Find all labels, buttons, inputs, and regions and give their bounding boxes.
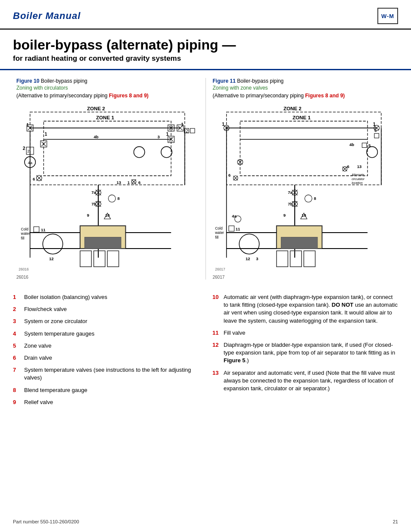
svg-text:5: 5 — [374, 128, 377, 133]
svg-text:12: 12 — [49, 257, 54, 261]
svg-rect-146 — [304, 251, 315, 267]
legend-num: 13 — [212, 369, 222, 377]
svg-text:2: 2 — [27, 149, 29, 153]
fig11-num: 26017 — [213, 275, 395, 280]
header-title: Boiler Manual — [13, 10, 81, 22]
fig11-diagram: ZONE 2 ZONE 1 1 1 — [213, 103, 395, 273]
legend-text: Diaphragm-type or bladder-type expansion… — [224, 341, 398, 365]
legend-text: Drain valve — [24, 354, 52, 362]
legend-num: 6 — [13, 354, 22, 362]
fig10-alt: (Alternative to primary/secondary piping… — [16, 93, 199, 99]
svg-text:2: 2 — [186, 128, 188, 134]
svg-text:6: 6 — [138, 180, 140, 185]
svg-rect-73 — [80, 251, 91, 267]
svg-text:6: 6 — [33, 177, 35, 181]
legend-item: 2Flow/check valve — [13, 305, 199, 313]
legend-item: 4System temperature gauges — [13, 330, 199, 338]
legend-item: 1Boiler isolation (balancing) valves — [13, 293, 199, 301]
svg-rect-2 — [44, 121, 171, 176]
part-number: Part number 550-110-260/0200 — [13, 519, 79, 524]
svg-rect-0 — [30, 112, 185, 185]
svg-rect-145 — [290, 251, 301, 267]
legend-num: 7 — [13, 366, 22, 374]
svg-point-40 — [134, 147, 145, 158]
legend-num: 12 — [212, 341, 222, 349]
svg-text:6: 6 — [347, 164, 349, 169]
footer: Part number 550-110-260/0200 21 — [13, 519, 398, 524]
svg-text:Cold: Cold — [21, 227, 29, 231]
svg-text:11: 11 — [235, 227, 240, 231]
svg-text:Cold: Cold — [215, 226, 223, 230]
legend-num: 10 — [212, 293, 222, 301]
legend-item: 3System or zone circulator — [13, 317, 199, 325]
svg-point-41 — [161, 147, 172, 158]
svg-text:8: 8 — [314, 196, 316, 201]
legend-item: 10Automatic air vent (with diaphragm-typ… — [212, 293, 398, 325]
header: Boiler Manual W-M — [0, 0, 411, 30]
legend-text: System temperature valves (see instructi… — [24, 366, 199, 382]
figure10-col: Figure 10 Boiler-bypass piping Zoning wi… — [13, 78, 206, 280]
legend-item: 5Zone valve — [13, 342, 199, 350]
svg-rect-93 — [374, 134, 379, 138]
svg-text:4a: 4a — [232, 214, 237, 218]
page-title-section: boiler-bypass (alternate) piping — for r… — [0, 30, 411, 70]
svg-text:ZONE 2: ZONE 2 — [283, 106, 301, 111]
page-subtitle: for radiant heating or converted gravity… — [13, 54, 398, 63]
legend-item: 7System temperature valves (see instruct… — [13, 366, 199, 382]
legend-item: 13Air separator and automatic vent, if u… — [212, 369, 398, 393]
svg-point-139 — [239, 234, 259, 254]
svg-text:Alternate: Alternate — [351, 173, 364, 177]
svg-point-54 — [108, 195, 115, 202]
svg-text:water: water — [21, 232, 30, 236]
fig10-label: Figure 10 Boiler-bypass piping — [16, 78, 199, 84]
fig11-label: Figure 11 Boiler-bypass piping — [213, 78, 395, 84]
svg-text:3: 3 — [157, 135, 159, 140]
svg-point-69 — [43, 234, 62, 254]
svg-text:8: 8 — [117, 196, 119, 201]
legend-col-right: 10Automatic air vent (with diaphragm-typ… — [209, 293, 398, 411]
svg-text:fill: fill — [215, 235, 218, 240]
svg-text:location: location — [352, 181, 362, 185]
svg-text:ZONE 2: ZONE 2 — [87, 106, 105, 111]
svg-text:1: 1 — [26, 122, 29, 128]
svg-text:water: water — [215, 230, 224, 235]
legend-text: Relief valve — [24, 398, 53, 406]
legend-text: Boiler isolation (balancing) valves — [24, 293, 107, 301]
legend-text: System temperature gauges — [24, 330, 94, 338]
legend-num: 4 — [13, 330, 22, 338]
svg-rect-67 — [34, 227, 39, 232]
legend-text: System or zone circulator — [24, 317, 87, 325]
svg-text:9: 9 — [87, 213, 89, 218]
legend-item: 9Relief valve — [13, 398, 199, 406]
page-number: 21 — [393, 519, 398, 524]
svg-rect-113 — [362, 143, 367, 148]
svg-rect-135 — [228, 226, 234, 231]
legend-num: 5 — [13, 342, 22, 350]
fig10-zone-desc: Zoning with circulators — [16, 85, 199, 91]
svg-rect-14 — [190, 128, 195, 133]
svg-text:3: 3 — [256, 257, 258, 261]
page-main-title: boiler-bypass (alternate) piping — — [13, 37, 398, 53]
svg-rect-75 — [107, 251, 118, 267]
legend-text: Fill valve — [224, 329, 246, 337]
figure11-col: Figure 11 Boiler-bypass piping Zoning wi… — [206, 78, 399, 280]
legend-text: Automatic air vent (with diaphragm-type … — [224, 293, 398, 325]
legend-num: 1 — [13, 293, 22, 301]
svg-text:fill: fill — [21, 236, 25, 240]
svg-text:13: 13 — [116, 180, 121, 185]
diagrams-section: Figure 10 Boiler-bypass piping Zoning wi… — [0, 78, 411, 280]
legend-num: 2 — [13, 305, 22, 313]
legend-item: 12Diaphragm-type or bladder-type expansi… — [212, 341, 398, 365]
svg-text:26016: 26016 — [19, 267, 29, 271]
legend-item: 6Drain valve — [13, 354, 199, 362]
svg-rect-144 — [276, 251, 287, 267]
svg-text:ZONE 1: ZONE 1 — [96, 115, 114, 120]
svg-text:4b: 4b — [94, 135, 99, 140]
legend-section: 1Boiler isolation (balancing) valves2Flo… — [0, 287, 411, 415]
svg-rect-74 — [94, 251, 105, 267]
legend-num: 11 — [212, 329, 222, 337]
legend-col-left: 1Boiler isolation (balancing) valves2Flo… — [13, 293, 209, 411]
svg-text:6: 6 — [228, 173, 230, 177]
svg-text:2: 2 — [23, 146, 25, 151]
svg-text:ZONE 1: ZONE 1 — [293, 115, 311, 120]
